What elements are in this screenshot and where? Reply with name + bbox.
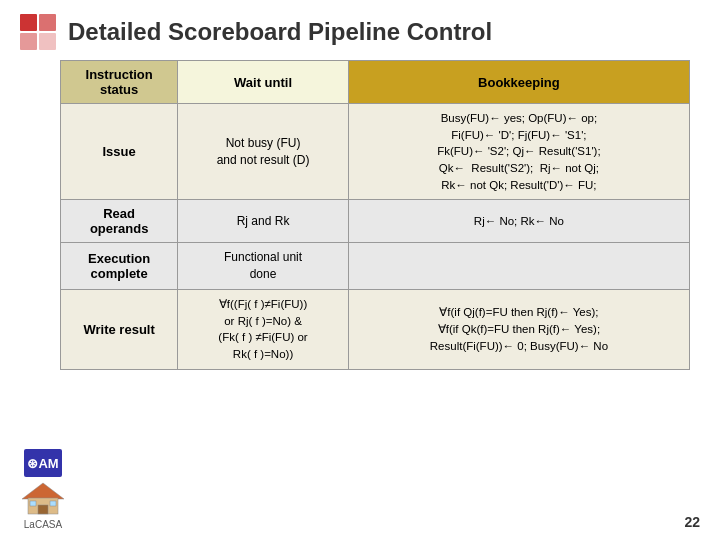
execution-complete-label: Executioncomplete: [61, 243, 178, 290]
page-header: Detailed Scoreboard Pipeline Control: [0, 0, 720, 60]
house-icon: [20, 481, 66, 517]
read-operands-label: Readoperands: [61, 200, 178, 243]
write-result-label: Write result: [61, 289, 178, 369]
write-result-wait: ∀f((Fj( f )≠Fi(FU)) or Rj( f )=No) & (Fk…: [178, 289, 349, 369]
issue-wait: Not busy (FU)and not result (D): [178, 104, 349, 200]
table-row-execution-complete: Executioncomplete Functional unitdone: [61, 243, 690, 290]
execution-complete-wait: Functional unitdone: [178, 243, 349, 290]
table-row-read-operands: Readoperands Rj and Rk Rj← No; Rk← No: [61, 200, 690, 243]
read-operands-bookkeeping: Rj← No; Rk← No: [348, 200, 689, 243]
svg-rect-4: [50, 501, 56, 506]
table-row-write-result: Write result ∀f((Fj( f )≠Fi(FU)) or Rj( …: [61, 289, 690, 369]
svg-rect-2: [38, 505, 48, 514]
svg-marker-0: [22, 483, 64, 499]
page-footer: ⊛AM LaCASA 22: [20, 449, 700, 530]
page-title: Detailed Scoreboard Pipeline Control: [68, 18, 492, 46]
table-row-issue: Issue Not busy (FU)and not result (D) Bu…: [61, 104, 690, 200]
col-header-instruction: Instruction status: [61, 61, 178, 104]
col-header-wait: Wait until: [178, 61, 349, 104]
header-icon: [20, 14, 56, 50]
issue-label: Issue: [61, 104, 178, 200]
col-header-bookkeeping: Bookkeeping: [348, 61, 689, 104]
am-badge: ⊛AM: [24, 449, 62, 477]
read-operands-wait: Rj and Rk: [178, 200, 349, 243]
lacasa-label: LaCASA: [24, 519, 62, 530]
footer-logo: ⊛AM LaCASA: [20, 449, 66, 530]
table-header-row: Instruction status Wait until Bookkeepin…: [61, 61, 690, 104]
svg-rect-3: [30, 501, 36, 506]
execution-complete-bookkeeping: [348, 243, 689, 290]
issue-bookkeeping: Busy(FU)← yes; Op(FU)← op; Fi(FU)← 'D'; …: [348, 104, 689, 200]
scoreboard-table: Instruction status Wait until Bookkeepin…: [60, 60, 690, 370]
main-content: Instruction status Wait until Bookkeepin…: [0, 60, 720, 370]
page-number: 22: [684, 514, 700, 530]
write-result-bookkeeping: ∀f(if Qj(f)=FU then Rj(f)← Yes); ∀f(if Q…: [348, 289, 689, 369]
